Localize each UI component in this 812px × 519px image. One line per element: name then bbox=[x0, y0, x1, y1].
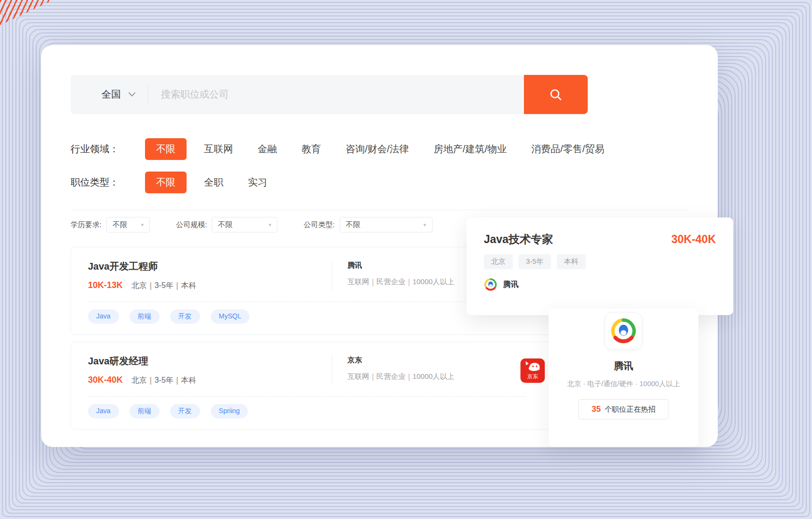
job-tag[interactable]: Java bbox=[88, 404, 119, 418]
jobtype-filter-label: 职位类型： bbox=[71, 176, 145, 189]
company-size-filter-label: 公司规模: bbox=[176, 220, 207, 230]
chevron-down-icon bbox=[129, 92, 135, 97]
company-name: 腾讯 bbox=[348, 261, 454, 270]
filter-option-industry-any[interactable]: 不限 bbox=[145, 138, 187, 160]
job-tag[interactable]: 前端 bbox=[130, 309, 160, 324]
job-tag[interactable]: MySQL bbox=[211, 309, 250, 324]
card-dashed-divider bbox=[88, 302, 525, 302]
company-type-select-value: 不限 bbox=[346, 220, 361, 230]
section-divider bbox=[71, 210, 688, 210]
popup-company-name: 腾讯 bbox=[503, 280, 519, 290]
education-select-value: 不限 bbox=[113, 220, 127, 230]
hot-jobs-label: 个职位正在热招 bbox=[605, 405, 655, 414]
job-tag[interactable]: Spriing bbox=[211, 404, 248, 418]
caret-down-icon: ▾ bbox=[423, 222, 426, 228]
education-filter-group: 学历要求: 不限 ▾ bbox=[71, 217, 150, 232]
jd-logo-icon: 京东 bbox=[520, 358, 545, 383]
company-type-select[interactable]: 不限 ▾ bbox=[340, 217, 433, 232]
filter-option-finance[interactable]: 金融 bbox=[258, 143, 277, 156]
job-meta: 北京｜3-5年｜本科 bbox=[131, 375, 196, 386]
education-select[interactable]: 不限 ▾ bbox=[106, 217, 150, 232]
qq-icon bbox=[610, 317, 637, 345]
popup-job-tag: 北京 bbox=[484, 254, 513, 269]
filter-option-fulltime[interactable]: 全职 bbox=[204, 176, 223, 189]
hot-jobs-count: 35 bbox=[592, 404, 601, 414]
main-panel: 全国 搜索职位或公司 行业领域： bbox=[41, 45, 718, 447]
region-label: 全国 bbox=[102, 88, 121, 101]
svg-text:京东: 京东 bbox=[527, 373, 538, 380]
popup-job-salary: 30K-40K bbox=[671, 233, 716, 246]
education-filter-label: 学历要求: bbox=[71, 220, 102, 230]
qq-icon bbox=[484, 278, 497, 291]
popup-job-tag: 本科 bbox=[557, 254, 586, 269]
filter-option-internet[interactable]: 互联网 bbox=[204, 143, 233, 156]
filter-option-jobtype-any[interactable]: 不限 bbox=[145, 172, 187, 193]
job-title: Java开发工程师 bbox=[88, 260, 332, 273]
search-button[interactable] bbox=[524, 75, 588, 114]
job-tag[interactable]: Java bbox=[88, 309, 119, 324]
job-tag[interactable]: 开发 bbox=[170, 309, 200, 324]
filter-option-intern[interactable]: 实习 bbox=[248, 176, 267, 189]
job-tag[interactable]: 前端 bbox=[130, 404, 160, 418]
card-dashed-divider bbox=[88, 396, 525, 397]
company-size-select[interactable]: 不限 ▾ bbox=[212, 217, 277, 232]
popup-job-tag: 3-5年 bbox=[519, 254, 551, 269]
search-section: 全国 搜索职位或公司 bbox=[71, 75, 588, 114]
job-tag[interactable]: 开发 bbox=[170, 404, 200, 418]
job-salary: 30K-40K bbox=[88, 375, 123, 385]
company-size-filter-group: 公司规模: 不限 ▾ bbox=[176, 217, 277, 232]
caret-down-icon: ▾ bbox=[269, 222, 272, 228]
company-type-filter-label: 公司类型: bbox=[304, 220, 334, 230]
search-icon bbox=[549, 87, 563, 102]
search-input[interactable]: 全国 搜索职位或公司 bbox=[71, 75, 524, 114]
company-meta: 互联网｜民营企业｜10000人以上 bbox=[348, 372, 454, 381]
jobtype-filter-row: 职位类型： 不限 全职 实习 bbox=[71, 172, 688, 193]
filter-option-consulting[interactable]: 咨询/财会/法律 bbox=[346, 143, 409, 156]
company-logo bbox=[605, 312, 642, 350]
job-detail-popup[interactable]: Java技术专家 30K-40K 北京 3-5年 本科 腾讯 bbox=[466, 217, 733, 315]
company-size-select-value: 不限 bbox=[218, 220, 232, 230]
search-divider bbox=[148, 85, 148, 105]
hot-jobs-button[interactable]: 35 个职位正在热招 bbox=[579, 399, 668, 419]
industry-filter-label: 行业领域： bbox=[71, 143, 145, 156]
company-popup-meta: 北京 · 电子/通信/硬件 · 10000人以上 bbox=[549, 379, 698, 389]
job-meta: 北京｜3-5年｜本科 bbox=[131, 281, 196, 291]
company-popup[interactable]: 腾讯 北京 · 电子/通信/硬件 · 10000人以上 35 个职位正在热招 bbox=[549, 308, 698, 447]
popup-job-title: Java技术专家 bbox=[484, 232, 553, 247]
industry-filter-row: 行业领域： 不限 互联网 金融 教育 咨询/财会/法律 房地产/建筑/物业 消费… bbox=[71, 138, 688, 160]
filter-option-consumer[interactable]: 消费品/零售/贸易 bbox=[531, 143, 604, 156]
filter-option-realestate[interactable]: 房地产/建筑/物业 bbox=[434, 143, 507, 156]
job-salary: 10K-13K bbox=[88, 280, 123, 290]
company-name: 京东 bbox=[348, 356, 454, 365]
job-title: Java研发经理 bbox=[88, 355, 332, 368]
search-placeholder: 搜索职位或公司 bbox=[161, 88, 229, 101]
company-popup-name: 腾讯 bbox=[549, 360, 698, 373]
caret-down-icon: ▾ bbox=[141, 222, 144, 228]
filter-option-education[interactable]: 教育 bbox=[302, 143, 321, 156]
company-type-filter-group: 公司类型: 不限 ▾ bbox=[304, 217, 432, 232]
company-meta: 互联网｜民营企业｜10000人以上 bbox=[348, 277, 454, 287]
page-background: 全国 搜索职位或公司 行业领域： bbox=[0, 0, 812, 519]
region-selector[interactable]: 全国 bbox=[102, 88, 135, 101]
